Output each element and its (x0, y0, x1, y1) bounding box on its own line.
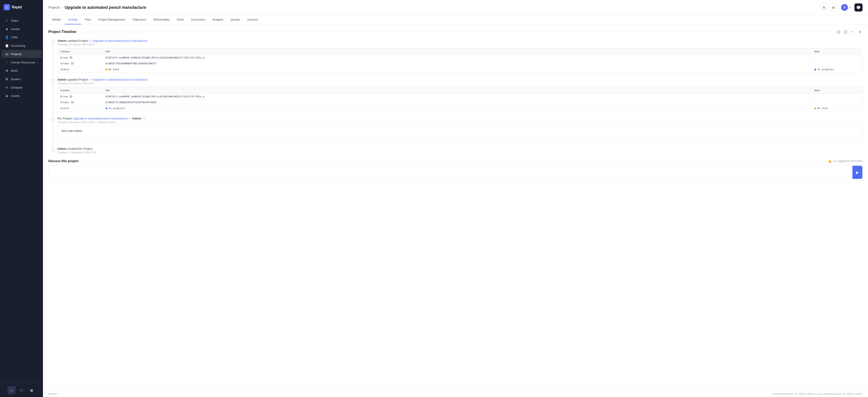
sidebar-item-designer[interactable]: ≡ Designer (1, 83, 41, 92)
change-new-status: On hold (814, 107, 860, 110)
sidebar-item-whs[interactable]: ⚙ WHS › (1, 67, 41, 75)
change-row: Folder ID 0lONI6lYNIAGRNKW4FFNELASWTKUIA… (58, 61, 862, 67)
designer-icon: ≡ (5, 86, 8, 89)
sidebar-item-label: Designer (11, 86, 23, 89)
tab-invoices[interactable]: Invoices (244, 15, 262, 24)
timeline-icon-edit[interactable]: ✎ (850, 29, 855, 35)
change-table-header: Column Old New (58, 48, 862, 55)
sidebar-item-crm[interactable]: 👤 CRM › (1, 33, 41, 41)
activity-project-link[interactable]: Upgrade to automated pencil manufacture (73, 117, 128, 120)
activity-actor: Admin (57, 78, 66, 81)
tasks-icon: ✓ (5, 19, 8, 22)
tab-exclusions[interactable]: Exclusions (188, 15, 209, 24)
sidebar-item-label: Assets (11, 27, 20, 31)
project-number-label: Project 2 (49, 393, 58, 395)
activity-project-link[interactable]: Upgrade to automated pencil manufacture (92, 39, 147, 42)
discuss-send-button[interactable]: ▶ (852, 166, 862, 179)
tab-risks[interactable]: Risks (174, 15, 188, 24)
projects-icon: 🗂 (5, 52, 8, 56)
footer-home-button[interactable]: ⌂ (7, 386, 16, 394)
change-col: Drive ID (60, 56, 105, 59)
change-col: Status (60, 107, 105, 110)
chevron-icon: › (37, 61, 38, 64)
chevron-icon: › (37, 78, 38, 80)
sidebar-item-tasks[interactable]: ✓ Tasks › (1, 16, 41, 25)
sidebar-item-accounting[interactable]: 📋 Accounting › (1, 41, 41, 50)
activity-project-link[interactable]: Upgrade to automated pencil manufacture (92, 78, 147, 81)
col-header-column: Column (60, 50, 105, 53)
footer-graph-button[interactable]: ⬡ (18, 386, 26, 394)
status-dot (105, 69, 107, 70)
timeline-dot (51, 118, 55, 122)
tab-quotes[interactable]: Quotes (227, 15, 244, 24)
sidebar-nav: ✓ Tasks › ◈ Assets › 👤 CRM › 📋 Accountin… (0, 14, 43, 383)
timeline-title: Project Timeline (49, 30, 76, 34)
breadcrumb-parent[interactable]: Projects (49, 6, 60, 9)
timeline-header-icons: ⬜ 📋 ✎ 🗑 (835, 29, 863, 35)
activity-timestamp: Thursday, 18 January 2024 10:41 (57, 43, 863, 46)
sidebar-item-assets[interactable]: ◈ Assets › (1, 25, 41, 33)
grid-button[interactable]: ⊞ (830, 4, 837, 11)
sidebar-item-label: Human Resources (11, 61, 35, 64)
send-icon: ▶ (856, 170, 859, 174)
copy-button[interactable]: ⧉ (820, 4, 828, 11)
chevron-icon: › (37, 70, 38, 72)
sidebar-item-label: System (11, 77, 21, 81)
timeline-item: Admin updated Project — Upgrade to autom… (57, 39, 863, 72)
sidebar-item-assets2[interactable]: ◈ Assets (1, 92, 41, 100)
sidebar-item-projects[interactable]: 🗂 Projects › (1, 50, 41, 58)
sidebar-footer: ⌂ ⬡ ▦ (0, 383, 43, 397)
col-header-new: New (814, 89, 860, 92)
sidebar-item-label: Accounting (11, 44, 25, 47)
tab-budgets[interactable]: Budgets (209, 15, 227, 24)
col-header-old: Old (105, 50, 814, 53)
crm-icon: 👤 (5, 35, 8, 39)
chat-icon: 💬 (856, 5, 861, 10)
breadcrumb: Projects › Upgrade to automated pencil m… (49, 5, 146, 10)
tab-activity[interactable]: Activity (65, 15, 81, 24)
avatar-button[interactable]: A ▾ (839, 3, 852, 12)
sidebar-item-label: CRM (11, 36, 18, 39)
timeline-icon-copy[interactable]: 📋 (843, 29, 848, 35)
change-col: Drive ID (60, 95, 105, 98)
breadcrumb-separator: › (62, 5, 63, 9)
tab-project-management[interactable]: Project Management (94, 15, 129, 24)
status-dot (105, 107, 107, 109)
sidebar-item-human-resources[interactable]: ♡ Human Resources › (1, 58, 41, 66)
timeline-icon-expand[interactable]: ⬜ (835, 29, 841, 35)
timeline-dot (51, 148, 55, 152)
note-edit-icon[interactable]: ✎ (143, 117, 145, 120)
activity-timestamp: Thursday, 18 January 2024 10:41 (57, 82, 863, 85)
timeline-item: Re: Project Upgrade to automated pencil … (57, 117, 863, 141)
activity-actor: Admin (132, 117, 141, 120)
status-dot (814, 69, 816, 70)
activity-actor: Admin (57, 39, 66, 42)
change-old: 0lONI6lYNIAGRNKW4FFNELASWTKUIAWZYT (105, 62, 814, 65)
tab-details[interactable]: Details (49, 15, 65, 24)
timeline-icon-delete[interactable]: 🗑 (857, 29, 863, 35)
timeline-line (53, 122, 53, 147)
logo-icon: ⬡ (4, 4, 10, 10)
change-new: - (814, 62, 860, 65)
activity-header: Admin updated Project — Upgrade to autom… (57, 78, 863, 81)
timeline-header: Project Timeline ⬜ 📋 ✎ 🗑 (49, 29, 863, 35)
header-actions: ⧉ ⊞ A ▾ 💬 (820, 3, 863, 12)
chevron-icon: › (37, 20, 38, 22)
app-logo[interactable]: ⬡ Rapid (0, 0, 43, 14)
app-name: Rapid (12, 5, 22, 9)
tab-files[interactable]: Files (81, 15, 94, 24)
no-reminders-text: No suggested reminders (833, 159, 863, 163)
change-table: Column Old New Drive ID bIGKlOrS-aaUWAXK… (57, 48, 863, 72)
avatar-chevron-icon: ▾ (849, 6, 850, 9)
assets-icon: ◈ (5, 27, 8, 31)
chevron-icon: › (37, 36, 38, 39)
chat-button[interactable]: 💬 (855, 3, 863, 11)
timeline-line (53, 83, 53, 117)
sidebar-item-label: Projects (11, 53, 22, 56)
footer-meta: Created November 21, 2023 by Admin | Las… (773, 393, 863, 395)
tab-deliverables[interactable]: Deliverables (150, 15, 174, 24)
footer-chart-button[interactable]: ▦ (27, 386, 35, 394)
tab-objectives[interactable]: Objectives (129, 15, 150, 24)
sidebar-item-system[interactable]: 🖥 System › (1, 75, 41, 83)
discuss-input[interactable] (49, 166, 852, 179)
